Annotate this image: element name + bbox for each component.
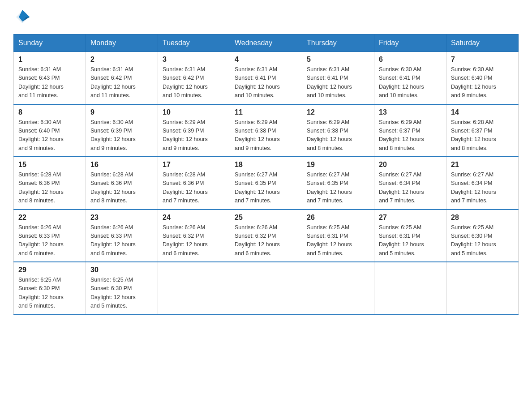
calendar-day-cell	[302, 262, 374, 315]
day-number: 1	[18, 56, 81, 64]
day-info: Sunrise: 6:27 AMSunset: 6:35 PMDaylight:…	[307, 171, 369, 206]
day-number: 20	[379, 161, 442, 169]
day-info: Sunrise: 6:30 AMSunset: 6:40 PMDaylight:…	[18, 118, 81, 153]
day-info: Sunrise: 6:31 AMSunset: 6:41 PMDaylight:…	[307, 65, 369, 100]
day-number: 17	[163, 161, 225, 169]
day-number: 9	[90, 108, 153, 116]
day-number: 11	[235, 108, 297, 116]
day-info: Sunrise: 6:31 AMSunset: 6:42 PMDaylight:…	[163, 65, 225, 100]
day-info: Sunrise: 6:27 AMSunset: 6:35 PMDaylight:…	[235, 171, 297, 206]
calendar-day-header: Tuesday	[158, 34, 230, 52]
calendar-week-row: 22Sunrise: 6:26 AMSunset: 6:33 PMDayligh…	[14, 210, 519, 262]
calendar-day-cell	[158, 262, 230, 315]
calendar-day-cell: 16Sunrise: 6:28 AMSunset: 6:36 PMDayligh…	[86, 157, 158, 210]
day-info: Sunrise: 6:28 AMSunset: 6:36 PMDaylight:…	[90, 171, 153, 206]
calendar-day-cell: 25Sunrise: 6:26 AMSunset: 6:32 PMDayligh…	[230, 210, 302, 262]
calendar-day-cell: 14Sunrise: 6:28 AMSunset: 6:37 PMDayligh…	[446, 104, 519, 157]
day-info: Sunrise: 6:31 AMSunset: 6:42 PMDaylight:…	[90, 65, 153, 100]
day-info: Sunrise: 6:29 AMSunset: 6:37 PMDaylight:…	[379, 118, 442, 153]
page-header	[13, 9, 519, 25]
day-number: 6	[379, 56, 442, 64]
day-info: Sunrise: 6:28 AMSunset: 6:36 PMDaylight:…	[163, 171, 225, 206]
day-number: 4	[235, 56, 297, 64]
calendar-day-cell: 2Sunrise: 6:31 AMSunset: 6:42 PMDaylight…	[86, 52, 158, 104]
calendar-day-cell: 27Sunrise: 6:25 AMSunset: 6:31 PMDayligh…	[374, 210, 446, 262]
calendar-day-cell: 23Sunrise: 6:26 AMSunset: 6:33 PMDayligh…	[86, 210, 158, 262]
calendar-day-cell: 1Sunrise: 6:31 AMSunset: 6:43 PMDaylight…	[14, 52, 86, 104]
day-number: 8	[18, 108, 81, 116]
calendar-day-cell: 4Sunrise: 6:31 AMSunset: 6:41 PMDaylight…	[230, 52, 302, 104]
calendar-day-header: Friday	[374, 34, 446, 52]
day-number: 13	[379, 108, 442, 116]
day-info: Sunrise: 6:25 AMSunset: 6:30 PMDaylight:…	[18, 276, 81, 311]
day-info: Sunrise: 6:29 AMSunset: 6:39 PMDaylight:…	[163, 118, 225, 153]
day-info: Sunrise: 6:29 AMSunset: 6:38 PMDaylight:…	[235, 118, 297, 153]
day-number: 30	[90, 266, 153, 274]
day-number: 18	[235, 161, 297, 169]
day-info: Sunrise: 6:26 AMSunset: 6:33 PMDaylight:…	[90, 223, 153, 258]
calendar-day-header: Thursday	[302, 34, 374, 52]
calendar-day-header: Monday	[86, 34, 158, 52]
day-number: 23	[90, 214, 153, 222]
day-info: Sunrise: 6:27 AMSunset: 6:34 PMDaylight:…	[451, 171, 514, 206]
day-number: 24	[163, 214, 225, 222]
calendar-day-cell: 26Sunrise: 6:25 AMSunset: 6:31 PMDayligh…	[302, 210, 374, 262]
day-info: Sunrise: 6:27 AMSunset: 6:34 PMDaylight:…	[379, 171, 442, 206]
calendar-day-header: Saturday	[446, 34, 519, 52]
calendar-day-cell: 10Sunrise: 6:29 AMSunset: 6:39 PMDayligh…	[158, 104, 230, 157]
day-number: 22	[18, 214, 81, 222]
day-info: Sunrise: 6:28 AMSunset: 6:37 PMDaylight:…	[451, 118, 514, 153]
calendar-week-row: 8Sunrise: 6:30 AMSunset: 6:40 PMDaylight…	[14, 104, 519, 157]
day-number: 5	[307, 56, 369, 64]
calendar-day-cell: 17Sunrise: 6:28 AMSunset: 6:36 PMDayligh…	[158, 157, 230, 210]
day-info: Sunrise: 6:30 AMSunset: 6:40 PMDaylight:…	[451, 65, 514, 100]
calendar-day-cell: 6Sunrise: 6:30 AMSunset: 6:41 PMDaylight…	[374, 52, 446, 104]
calendar-day-cell: 24Sunrise: 6:26 AMSunset: 6:32 PMDayligh…	[158, 210, 230, 262]
day-info: Sunrise: 6:25 AMSunset: 6:30 PMDaylight:…	[451, 223, 514, 258]
calendar-day-cell: 29Sunrise: 6:25 AMSunset: 6:30 PMDayligh…	[14, 262, 86, 315]
calendar-week-row: 1Sunrise: 6:31 AMSunset: 6:43 PMDaylight…	[14, 52, 519, 104]
calendar-day-cell: 30Sunrise: 6:25 AMSunset: 6:30 PMDayligh…	[86, 262, 158, 315]
day-number: 28	[451, 214, 514, 222]
day-number: 2	[90, 56, 153, 64]
day-info: Sunrise: 6:26 AMSunset: 6:32 PMDaylight:…	[163, 223, 225, 258]
calendar-day-cell	[446, 262, 519, 315]
calendar-week-row: 15Sunrise: 6:28 AMSunset: 6:36 PMDayligh…	[14, 157, 519, 210]
calendar-day-cell: 20Sunrise: 6:27 AMSunset: 6:34 PMDayligh…	[374, 157, 446, 210]
calendar-day-header: Sunday	[14, 34, 86, 52]
calendar-table: SundayMondayTuesdayWednesdayThursdayFrid…	[13, 34, 519, 315]
day-info: Sunrise: 6:26 AMSunset: 6:33 PMDaylight:…	[18, 223, 81, 258]
calendar-day-cell: 12Sunrise: 6:29 AMSunset: 6:38 PMDayligh…	[302, 104, 374, 157]
calendar-header-row: SundayMondayTuesdayWednesdayThursdayFrid…	[14, 34, 519, 52]
day-number: 29	[18, 266, 81, 274]
day-info: Sunrise: 6:25 AMSunset: 6:30 PMDaylight:…	[90, 276, 153, 311]
day-number: 7	[451, 56, 514, 64]
day-info: Sunrise: 6:30 AMSunset: 6:39 PMDaylight:…	[90, 118, 153, 153]
day-info: Sunrise: 6:31 AMSunset: 6:41 PMDaylight:…	[235, 65, 297, 100]
day-info: Sunrise: 6:28 AMSunset: 6:36 PMDaylight:…	[18, 171, 81, 206]
calendar-day-cell: 28Sunrise: 6:25 AMSunset: 6:30 PMDayligh…	[446, 210, 519, 262]
day-number: 10	[163, 108, 225, 116]
logo-icon	[14, 9, 30, 25]
calendar-day-cell	[230, 262, 302, 315]
calendar-day-cell: 5Sunrise: 6:31 AMSunset: 6:41 PMDaylight…	[302, 52, 374, 104]
calendar-day-cell: 8Sunrise: 6:30 AMSunset: 6:40 PMDaylight…	[14, 104, 86, 157]
calendar-day-cell	[374, 262, 446, 315]
calendar-day-cell: 13Sunrise: 6:29 AMSunset: 6:37 PMDayligh…	[374, 104, 446, 157]
day-number: 16	[90, 161, 153, 169]
calendar-day-cell: 15Sunrise: 6:28 AMSunset: 6:36 PMDayligh…	[14, 157, 86, 210]
day-number: 21	[451, 161, 514, 169]
calendar-day-cell: 18Sunrise: 6:27 AMSunset: 6:35 PMDayligh…	[230, 157, 302, 210]
day-number: 3	[163, 56, 225, 64]
day-number: 25	[235, 214, 297, 222]
day-number: 12	[307, 108, 369, 116]
calendar-day-cell: 22Sunrise: 6:26 AMSunset: 6:33 PMDayligh…	[14, 210, 86, 262]
day-number: 27	[379, 214, 442, 222]
logo	[13, 9, 31, 25]
calendar-day-cell: 19Sunrise: 6:27 AMSunset: 6:35 PMDayligh…	[302, 157, 374, 210]
day-info: Sunrise: 6:29 AMSunset: 6:38 PMDaylight:…	[307, 118, 369, 153]
calendar-day-cell: 7Sunrise: 6:30 AMSunset: 6:40 PMDaylight…	[446, 52, 519, 104]
calendar-day-cell: 21Sunrise: 6:27 AMSunset: 6:34 PMDayligh…	[446, 157, 519, 210]
day-info: Sunrise: 6:30 AMSunset: 6:41 PMDaylight:…	[379, 65, 442, 100]
day-number: 14	[451, 108, 514, 116]
